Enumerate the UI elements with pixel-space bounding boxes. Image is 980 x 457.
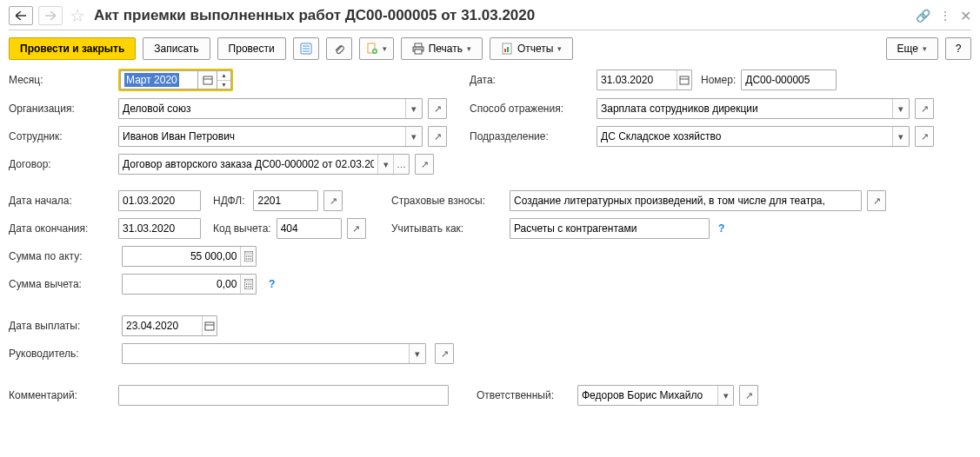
calculator-icon[interactable] bbox=[240, 247, 256, 266]
number-field[interactable] bbox=[741, 70, 837, 90]
comment-field[interactable] bbox=[118, 385, 449, 406]
show-movements-button[interactable] bbox=[293, 37, 319, 60]
date-field[interactable] bbox=[597, 70, 692, 90]
svg-point-21 bbox=[245, 258, 247, 260]
print-button[interactable]: Печать ▾ bbox=[401, 37, 483, 60]
org-field[interactable]: ▾ bbox=[118, 98, 423, 119]
contract-label: Договор: bbox=[9, 158, 113, 170]
svg-point-26 bbox=[245, 283, 247, 285]
chevron-down-icon: ▾ bbox=[383, 44, 387, 53]
dropdown-icon[interactable]: ▾ bbox=[892, 99, 909, 118]
svg-point-28 bbox=[250, 283, 251, 285]
post-and-close-button[interactable]: Провести и закрыть bbox=[9, 37, 136, 60]
svg-rect-12 bbox=[203, 76, 212, 84]
help-icon[interactable]: ? bbox=[718, 222, 724, 235]
reflect-field[interactable]: ▾ bbox=[597, 98, 910, 119]
svg-point-19 bbox=[248, 255, 250, 257]
calendar-icon[interactable] bbox=[202, 316, 217, 335]
insurance-label: Страховые взносы: bbox=[391, 195, 504, 207]
open-icon[interactable]: ↗ bbox=[435, 343, 454, 364]
open-icon[interactable]: ↗ bbox=[428, 126, 447, 147]
svg-rect-32 bbox=[205, 322, 214, 330]
department-field[interactable]: ▾ bbox=[597, 126, 910, 147]
nav-forward-button[interactable] bbox=[38, 6, 63, 25]
employee-field[interactable]: ▾ bbox=[118, 126, 423, 147]
month-field[interactable]: Март 2020 ▲▼ bbox=[118, 69, 233, 91]
help-button[interactable]: ? bbox=[945, 37, 971, 60]
act-sum-field[interactable] bbox=[122, 246, 257, 267]
svg-rect-25 bbox=[245, 280, 252, 282]
open-icon[interactable]: ↗ bbox=[428, 98, 447, 119]
contract-field[interactable]: ▾ … bbox=[118, 154, 410, 175]
open-icon[interactable]: ↗ bbox=[739, 385, 758, 406]
post-button[interactable]: Провести bbox=[217, 37, 286, 60]
dropdown-icon[interactable]: ▾ bbox=[405, 127, 422, 146]
window-title: Акт приемки выполненных работ ДС00-00000… bbox=[94, 7, 535, 24]
deduction-sum-label: Сумма вычета: bbox=[9, 278, 113, 290]
open-icon[interactable]: ↗ bbox=[347, 218, 366, 239]
dropdown-icon[interactable]: ▾ bbox=[405, 99, 422, 118]
start-date-field[interactable] bbox=[118, 190, 201, 211]
save-button[interactable]: Записать bbox=[143, 37, 210, 60]
svg-point-22 bbox=[248, 258, 250, 260]
more-button[interactable]: Еще ▾ bbox=[886, 37, 938, 60]
calculator-icon[interactable] bbox=[240, 275, 256, 294]
svg-point-27 bbox=[248, 283, 250, 285]
number-label: Номер: bbox=[701, 74, 736, 86]
dropdown-icon[interactable]: ▾ bbox=[377, 155, 393, 174]
account-as-field[interactable] bbox=[510, 218, 710, 239]
deduction-code-label: Код вычета: bbox=[213, 222, 271, 235]
reflect-label: Способ отражения: bbox=[470, 103, 591, 115]
deduction-code-field[interactable] bbox=[277, 218, 342, 239]
svg-rect-10 bbox=[504, 49, 506, 52]
dropdown-icon[interactable]: ▾ bbox=[717, 386, 733, 405]
open-icon[interactable]: ↗ bbox=[915, 98, 934, 119]
printer-icon bbox=[412, 43, 424, 55]
document-plus-icon bbox=[366, 43, 378, 55]
pay-date-field[interactable] bbox=[122, 315, 217, 336]
reports-button[interactable]: Отчеты ▾ bbox=[490, 37, 573, 60]
calendar-icon[interactable] bbox=[677, 70, 691, 89]
dropdown-icon[interactable]: ▾ bbox=[409, 344, 425, 363]
paperclip-icon bbox=[333, 43, 345, 55]
org-label: Организация: bbox=[9, 103, 113, 115]
link-icon[interactable]: 🔗 bbox=[916, 9, 930, 23]
nav-back-button[interactable] bbox=[9, 6, 33, 25]
start-date-label: Дата начала: bbox=[9, 195, 113, 207]
responsible-label: Ответственный: bbox=[477, 389, 572, 401]
ndfl-field[interactable] bbox=[253, 190, 318, 211]
create-based-on-button[interactable]: ▾ bbox=[359, 37, 394, 60]
favorite-star-icon[interactable]: ☆ bbox=[70, 5, 85, 26]
manager-field[interactable]: ▾ bbox=[122, 343, 426, 364]
account-as-label: Учитывать как: bbox=[391, 222, 504, 235]
svg-point-29 bbox=[245, 286, 247, 288]
open-icon[interactable]: ↗ bbox=[415, 154, 434, 175]
employee-label: Сотрудник: bbox=[9, 130, 113, 142]
end-date-label: Дата окончания: bbox=[9, 222, 113, 235]
act-sum-label: Сумма по акту: bbox=[9, 250, 113, 262]
svg-rect-6 bbox=[415, 43, 422, 47]
svg-rect-14 bbox=[680, 76, 689, 84]
deduction-sum-field[interactable] bbox=[122, 274, 257, 295]
responsible-field[interactable]: ▾ bbox=[577, 385, 734, 406]
insurance-field[interactable] bbox=[510, 190, 862, 211]
ndfl-label: НДФЛ: bbox=[213, 195, 244, 207]
svg-point-30 bbox=[248, 286, 250, 288]
kebab-menu-icon[interactable]: ⋮ bbox=[939, 9, 951, 23]
calendar-icon[interactable] bbox=[198, 70, 217, 89]
svg-rect-8 bbox=[415, 50, 422, 54]
svg-point-18 bbox=[245, 255, 247, 257]
open-icon[interactable]: ↗ bbox=[867, 190, 886, 211]
ellipsis-icon[interactable]: … bbox=[393, 155, 409, 174]
end-date-field[interactable] bbox=[118, 218, 201, 239]
attach-button[interactable] bbox=[326, 37, 352, 60]
help-icon[interactable]: ? bbox=[269, 278, 275, 290]
svg-point-31 bbox=[250, 286, 251, 288]
dropdown-icon[interactable]: ▾ bbox=[892, 127, 909, 146]
chevron-down-icon: ▾ bbox=[467, 44, 471, 53]
open-icon[interactable]: ↗ bbox=[323, 190, 343, 211]
month-spinner[interactable]: ▲▼ bbox=[217, 70, 231, 89]
report-icon bbox=[501, 43, 513, 55]
close-icon[interactable]: ✕ bbox=[960, 8, 971, 24]
open-icon[interactable]: ↗ bbox=[915, 126, 934, 147]
